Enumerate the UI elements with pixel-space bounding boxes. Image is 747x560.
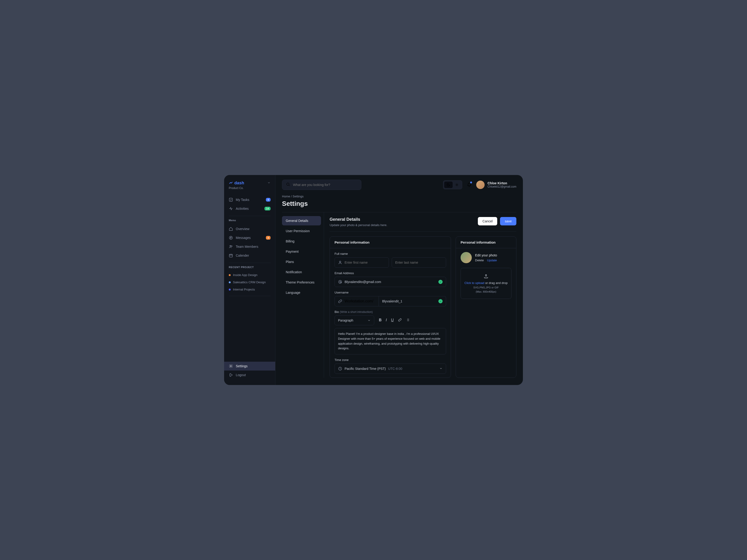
dot-icon bbox=[229, 282, 231, 283]
dot-icon bbox=[229, 289, 231, 291]
settings-tabs: General Details User Permission Billing … bbox=[282, 212, 324, 378]
cancel-button[interactable]: Cancel bbox=[478, 217, 497, 225]
calendar-icon bbox=[229, 254, 233, 258]
page-title: Settings bbox=[282, 200, 516, 208]
svg-point-7 bbox=[456, 184, 458, 185]
link-toolbar-icon[interactable] bbox=[398, 318, 402, 323]
paragraph-select[interactable]: Paragraph bbox=[335, 316, 374, 325]
update-photo-button[interactable]: Update bbox=[487, 259, 497, 262]
logo[interactable]: dash bbox=[229, 181, 244, 186]
sidebar-item-my-tasks[interactable]: My Tasks 4 bbox=[224, 195, 275, 204]
chevron-down-icon[interactable] bbox=[267, 181, 271, 185]
chevron-down-icon bbox=[439, 367, 443, 371]
clock-icon bbox=[338, 367, 342, 371]
tab-plans[interactable]: Plans bbox=[282, 257, 321, 266]
sidebar-item-team[interactable]: Team Members bbox=[224, 242, 275, 251]
svg-rect-4 bbox=[229, 254, 232, 257]
upload-dropzone[interactable]: Click to upload or drag and drop SVG,PNG… bbox=[461, 268, 512, 299]
light-mode-button[interactable] bbox=[453, 182, 461, 188]
email-field[interactable] bbox=[335, 277, 446, 287]
italic-icon[interactable]: I bbox=[386, 318, 387, 323]
notifications-button[interactable] bbox=[467, 182, 471, 188]
svg-rect-0 bbox=[229, 198, 232, 202]
bio-textarea[interactable]: Hello Planet! I'm a product designer bas… bbox=[335, 328, 446, 354]
photo-card: Personal information Edit your photo Del… bbox=[456, 236, 516, 378]
breadcrumb: Home / Settings bbox=[282, 195, 516, 198]
tab-billing[interactable]: Billing bbox=[282, 237, 321, 246]
topbar: Chloe Kirton Chloekit12@gmail.com bbox=[276, 175, 523, 195]
sidebar-item-logout[interactable]: Logout bbox=[224, 371, 275, 379]
check-icon bbox=[438, 280, 443, 284]
sidebar-item-activities[interactable]: Activities 14 bbox=[224, 204, 275, 213]
tab-general-details[interactable]: General Details bbox=[282, 216, 321, 225]
tab-notification[interactable]: Notification bbox=[282, 267, 321, 277]
activity-icon bbox=[229, 207, 233, 211]
profile-photo bbox=[461, 252, 472, 263]
users-icon bbox=[229, 244, 233, 249]
user-icon bbox=[338, 260, 342, 265]
tab-user-permission[interactable]: User Permission bbox=[282, 226, 321, 236]
project-salesattics[interactable]: Salesattics CRM Design bbox=[224, 278, 275, 286]
message-icon bbox=[229, 236, 233, 240]
panel-subtitle: Update your photo & personal details her… bbox=[330, 223, 387, 227]
svg-point-8 bbox=[339, 261, 341, 263]
bold-icon[interactable]: B bbox=[379, 318, 382, 323]
sidebar-item-messages[interactable]: Messages 4 bbox=[224, 233, 275, 242]
username-field[interactable] bbox=[379, 296, 446, 306]
project-inside-app[interactable]: Inside App Design bbox=[224, 271, 275, 278]
dot-icon bbox=[229, 274, 231, 276]
panel-title: General Details bbox=[330, 217, 387, 222]
upload-icon bbox=[464, 274, 509, 279]
tab-payment[interactable]: Payment bbox=[282, 247, 321, 256]
logout-icon bbox=[229, 373, 233, 377]
sidebar: dash Product Co. My Tasks 4 Activities 1… bbox=[224, 175, 276, 385]
save-button[interactable]: save bbox=[500, 217, 516, 225]
personal-info-card: Personal information Full name bbox=[330, 236, 451, 378]
underline-icon[interactable]: U bbox=[391, 318, 394, 323]
timezone-select[interactable]: Pacific Standard Time (PST) UTC-8:00 bbox=[335, 364, 446, 374]
check-square-icon bbox=[229, 197, 233, 202]
delete-photo-button[interactable]: Delete bbox=[475, 259, 484, 262]
svg-point-6 bbox=[287, 183, 289, 186]
username-prefix: Workstation.com/ bbox=[335, 296, 379, 306]
projects-heading: RECENT PROJECT bbox=[224, 266, 275, 271]
gear-icon bbox=[229, 364, 233, 368]
last-name-field[interactable] bbox=[392, 257, 446, 268]
theme-toggle[interactable] bbox=[443, 180, 462, 189]
sidebar-item-overview[interactable]: Overview bbox=[224, 224, 275, 233]
project-internal[interactable]: Internal Projects bbox=[224, 286, 275, 293]
search-icon bbox=[286, 182, 290, 187]
svg-point-10 bbox=[340, 282, 341, 283]
brand-subtitle: Product Co. bbox=[224, 186, 275, 190]
tab-language[interactable]: Language bbox=[282, 288, 321, 297]
link-icon bbox=[338, 299, 342, 303]
at-icon bbox=[338, 280, 342, 284]
avatar bbox=[476, 181, 485, 189]
check-icon bbox=[438, 299, 443, 303]
search-input[interactable] bbox=[282, 180, 361, 190]
svg-point-3 bbox=[231, 246, 232, 247]
sidebar-item-calendar[interactable]: Calender bbox=[224, 251, 275, 260]
notification-dot bbox=[470, 182, 472, 183]
sidebar-item-settings[interactable]: Settings bbox=[224, 362, 275, 371]
svg-point-5 bbox=[230, 366, 232, 367]
home-icon bbox=[229, 227, 233, 231]
menu-heading: Menu bbox=[224, 219, 275, 224]
list-icon[interactable] bbox=[406, 318, 410, 323]
user-menu[interactable]: Chloe Kirton Chloekit12@gmail.com bbox=[476, 181, 516, 189]
tab-theme-preferences[interactable]: Theme Preferences bbox=[282, 278, 321, 287]
svg-point-2 bbox=[230, 245, 231, 247]
dark-mode-button[interactable] bbox=[444, 182, 453, 188]
first-name-field[interactable] bbox=[335, 257, 389, 268]
